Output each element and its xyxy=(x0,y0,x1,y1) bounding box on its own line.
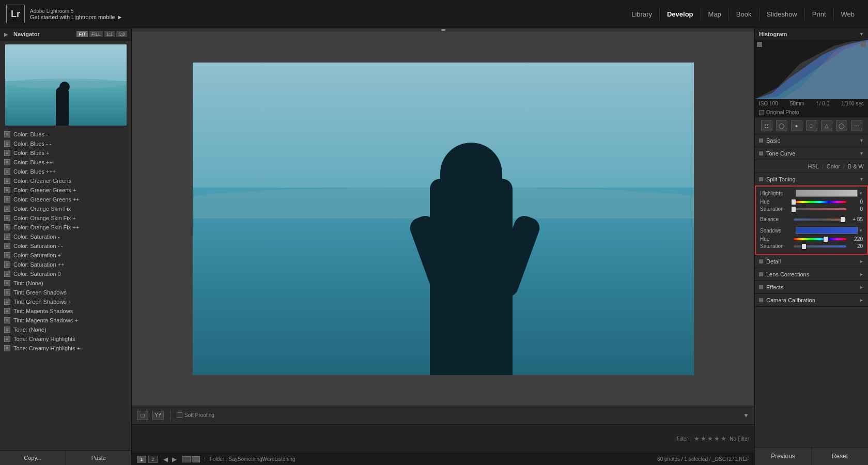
star-filter: ★ ★ ★ ★ ★ xyxy=(694,435,726,442)
preset-greener-greens-plus[interactable]: Color: Greener Greens + xyxy=(0,185,131,195)
circle-tool-icon[interactable]: △ xyxy=(821,120,832,131)
highlights-sat-handle[interactable] xyxy=(792,207,796,212)
effects-header[interactable]: Effects ► xyxy=(755,281,868,293)
highlights-swatch[interactable] xyxy=(796,190,858,197)
heal-tool-icon[interactable]: ● xyxy=(791,120,802,131)
shadows-sat-handle[interactable] xyxy=(802,244,806,249)
hsl-header[interactable]: HSL / Color / B & W xyxy=(755,160,868,173)
nav-prev-arrow[interactable]: ◀ xyxy=(162,456,169,463)
color-label[interactable]: Color xyxy=(827,163,840,169)
nav-arrows: ◀ ▶ xyxy=(162,456,178,463)
preset-tone-creamy-plus[interactable]: Tone: Creamy Highlights + xyxy=(0,344,131,353)
square-tool-icon[interactable]: □ xyxy=(806,120,817,131)
hist-clipping-right[interactable] xyxy=(861,42,866,47)
crop-tool-icon[interactable]: ◯ xyxy=(776,120,787,131)
nav-library[interactable]: Library xyxy=(624,8,660,20)
preset-color-blues-minus2[interactable]: Color: Blues - - xyxy=(0,139,131,148)
preset-orange-skin-plus2[interactable]: Color: Orange Skin Fix ++ xyxy=(0,223,131,232)
preset-saturation-minus[interactable]: Color: Saturation - xyxy=(0,232,131,241)
soft-proof-checkbox[interactable] xyxy=(177,412,182,418)
expand-arrow[interactable]: ▼ xyxy=(743,412,749,419)
nav-next-arrow[interactable]: ▶ xyxy=(171,456,178,463)
paste-button[interactable]: Paste xyxy=(66,451,132,465)
preset-tone-none[interactable]: Tone: (None) xyxy=(0,325,131,334)
page-indicators: 1 2 xyxy=(137,456,158,463)
split-toning-header[interactable]: Split Toning ▼ xyxy=(755,173,868,185)
shadows-hue-track[interactable] xyxy=(794,238,846,240)
tone-curve-header[interactable]: Tone Curve ▼ xyxy=(755,147,868,160)
preset-color-blues-minus[interactable]: Color: Blues - xyxy=(0,130,131,139)
star-2[interactable]: ★ xyxy=(701,435,706,442)
preset-saturation-plus[interactable]: Color: Saturation + xyxy=(0,251,131,260)
lens-corrections-header[interactable]: Lens Corrections ► xyxy=(755,268,868,281)
nav-web[interactable]: Web xyxy=(834,8,862,20)
page-1[interactable]: 1 xyxy=(137,456,146,463)
highlights-hue-track[interactable] xyxy=(794,201,846,203)
previous-button[interactable]: Previous xyxy=(755,447,812,465)
star-1[interactable]: ★ xyxy=(694,435,700,442)
effects-section: Effects ► xyxy=(755,281,868,294)
star-5[interactable]: ★ xyxy=(721,435,726,442)
bw-label[interactable]: B & W xyxy=(848,163,864,169)
shadows-hue-handle[interactable] xyxy=(824,237,828,242)
original-photo-checkbox[interactable] xyxy=(759,110,764,115)
page-2[interactable]: 2 xyxy=(148,456,158,463)
shadows-arrow[interactable]: ▼ xyxy=(859,228,863,233)
basic-header[interactable]: Basic ▼ xyxy=(755,134,868,147)
detail-header[interactable]: Detail ► xyxy=(755,255,868,268)
nav-develop[interactable]: Develop xyxy=(660,8,701,20)
preset-color-blues-plus[interactable]: Color: Blues + xyxy=(0,148,131,158)
preset-tint-green-shadows[interactable]: Tint: Green Shadows xyxy=(0,288,131,297)
balance-handle[interactable] xyxy=(841,217,845,222)
preset-tint-none[interactable]: Tint: (None) xyxy=(0,278,131,288)
histogram-header[interactable]: Histogram ▼ xyxy=(755,28,868,40)
preset-greener-greens[interactable]: Color: Greener Greens xyxy=(0,176,131,185)
brush-tool-icon[interactable]: ◯ xyxy=(836,120,847,131)
shadows-sat-track[interactable] xyxy=(794,245,846,247)
preset-icon xyxy=(4,150,10,156)
shadows-swatch[interactable] xyxy=(796,227,858,234)
nav-more-btn[interactable]: 1:8 xyxy=(116,31,127,37)
star-4[interactable]: ★ xyxy=(714,435,720,442)
balance-track[interactable] xyxy=(794,219,846,221)
frame-icon[interactable]: YY xyxy=(152,411,164,420)
highlights-arrow[interactable]: ▼ xyxy=(859,191,863,196)
preset-tint-magenta-shadows-plus[interactable]: Tint: Magenta Shadows + xyxy=(0,316,131,325)
star-3[interactable]: ★ xyxy=(707,435,713,442)
preset-saturation-plus2[interactable]: Color: Saturation ++ xyxy=(0,260,131,269)
hsl-label[interactable]: HSL xyxy=(808,163,819,169)
canvas-container[interactable] xyxy=(132,32,754,406)
crop-icon[interactable]: □ xyxy=(137,411,148,420)
histogram-svg xyxy=(755,40,868,99)
grid-view-icon[interactable] xyxy=(182,456,191,462)
nav-book[interactable]: Book xyxy=(729,8,760,20)
preset-saturation-0[interactable]: Color: Saturation 0 xyxy=(0,269,131,278)
basic-label: Basic xyxy=(766,137,859,144)
preset-tone-creamy[interactable]: Tone: Creamy Highlights xyxy=(0,334,131,344)
reset-button[interactable]: Reset xyxy=(812,447,868,465)
highlights-sat-track[interactable] xyxy=(794,208,846,210)
copy-button[interactable]: Copy... xyxy=(0,451,66,465)
highlights-hue-handle[interactable] xyxy=(792,199,796,205)
preset-orange-skin[interactable]: Color: Orange Skin Fix xyxy=(0,204,131,213)
preset-greener-greens-plus2[interactable]: Color: Greener Greens ++ xyxy=(0,195,131,204)
nav-map[interactable]: Map xyxy=(701,8,729,20)
preset-icon xyxy=(4,224,10,230)
split-toning-arrow: ▼ xyxy=(859,177,864,182)
preset-tint-green-shadows-plus[interactable]: Tint: Green Shadows + xyxy=(0,297,131,306)
preset-saturation-minus2[interactable]: Color: Saturation - - xyxy=(0,241,131,251)
preset-color-blues-plus2[interactable]: Color: Blues ++ xyxy=(0,158,131,167)
preset-color-blues-plus3[interactable]: Color: Blues +++ xyxy=(0,167,131,176)
more-tool-icon[interactable]: ⋯ xyxy=(851,120,862,131)
grid-tool-icon[interactable]: ☷ xyxy=(761,120,772,131)
camera-calibration-header[interactable]: Camera Calibration ► xyxy=(755,294,868,306)
nav-slideshow[interactable]: Slideshow xyxy=(760,8,805,20)
nav-print[interactable]: Print xyxy=(805,8,834,20)
nav-1to1-btn[interactable]: 1:1 xyxy=(104,31,115,37)
nav-fill-btn[interactable]: FILL xyxy=(89,31,103,37)
preset-tint-magenta-shadows[interactable]: Tint: Magenta Shadows xyxy=(0,306,131,316)
nav-fit-btn[interactable]: FIT xyxy=(76,31,88,37)
hist-clipping-left[interactable] xyxy=(757,42,762,47)
filmstrip-view-icon[interactable] xyxy=(192,456,200,462)
preset-orange-skin-plus[interactable]: Color: Orange Skin Fix + xyxy=(0,213,131,223)
